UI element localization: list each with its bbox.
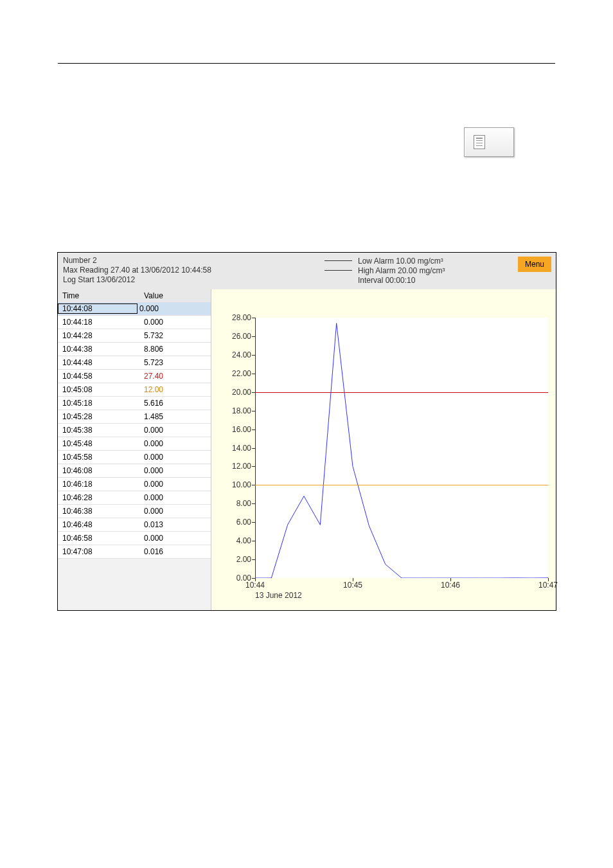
table-row[interactable]: 10:46:180.000 (58, 478, 211, 491)
y-tick-label: 6.00 (236, 518, 251, 527)
cell-time: 10:44:28 (58, 331, 142, 340)
y-tick-label: 24.00 (232, 350, 251, 359)
menu-button[interactable]: Menu (518, 257, 551, 272)
table-row[interactable]: 10:44:388.806 (58, 343, 211, 356)
cell-value: 0.013 (142, 520, 211, 529)
cell-value: 8.806 (142, 345, 211, 354)
y-tick-label: 14.00 (232, 444, 251, 453)
y-tick-mark (252, 503, 255, 504)
legend: Low Alarm 10.00 mg/cm³ High Alarm 20.00 … (324, 256, 445, 285)
x-tick-label: 10:44 (245, 581, 265, 590)
table-row[interactable]: 10:44:5827.40 (58, 370, 211, 383)
x-axis-date: 13 June 2012 (255, 591, 302, 600)
y-tick-label: 10.00 (232, 480, 251, 489)
y-tick-mark (252, 522, 255, 523)
log-viewer-panel: Number 2 Max Reading 27.40 at 13/06/2012… (57, 252, 556, 611)
table-row[interactable]: 10:44:285.732 (58, 329, 211, 343)
cell-value: 0.000 (142, 453, 211, 462)
table-row[interactable]: 10:46:280.000 (58, 491, 211, 505)
table-row[interactable]: 10:45:185.616 (58, 397, 211, 410)
cell-time: 10:45:58 (58, 453, 142, 462)
cell-value: 5.616 (142, 399, 211, 408)
cell-value: 0.000 (142, 466, 211, 475)
y-tick-mark (252, 318, 255, 318)
table-row[interactable]: 10:46:080.000 (58, 464, 211, 478)
y-tick-label: 22.00 (232, 369, 251, 378)
cell-value: 0.000 (142, 480, 211, 489)
y-tick-mark (252, 336, 255, 337)
cell-time: 10:44:48 (58, 358, 142, 367)
cell-time: 10:45:38 (58, 426, 142, 435)
panel-header: Number 2 Max Reading 27.40 at 13/06/2012… (58, 253, 556, 289)
y-tick-label: 16.00 (232, 425, 251, 434)
table-row[interactable]: 10:44:485.723 (58, 356, 211, 370)
y-tick-mark (252, 448, 255, 449)
cell-value: 0.000 (142, 318, 211, 327)
low-alarm-swatch (324, 260, 352, 261)
y-tick-mark (252, 374, 255, 374)
cell-time: 10:46:28 (58, 493, 142, 502)
cell-value: 0.016 (142, 547, 211, 556)
cell-value: 5.723 (142, 358, 211, 367)
cell-time: 10:45:08 (58, 385, 142, 394)
table-row[interactable]: 10:46:580.000 (58, 532, 211, 545)
cell-time: 10:44:18 (58, 318, 142, 327)
cell-value: 0.000 (138, 304, 211, 313)
cell-value: 0.000 (142, 493, 211, 502)
y-tick-label: 8.00 (236, 499, 251, 508)
cell-time: 10:45:48 (58, 439, 142, 448)
cell-time: 10:45:18 (58, 399, 142, 408)
cell-time: 10:46:08 (58, 466, 142, 475)
horizontal-rule (58, 63, 555, 64)
y-tick-label: 4.00 (236, 536, 251, 545)
chart-area: 0.002.004.006.008.0010.0012.0014.0016.00… (211, 289, 556, 610)
table-header: Time Value (58, 289, 211, 302)
y-tick-label: 2.00 (236, 555, 251, 564)
table-row[interactable]: 10:45:480.000 (58, 437, 211, 451)
table-row[interactable]: 10:45:580.000 (58, 451, 211, 464)
y-tick-mark (252, 466, 255, 467)
y-tick-label: 26.00 (232, 332, 251, 341)
data-table: Time Value 10:44:080.00010:44:180.00010:… (58, 289, 211, 610)
y-tick-label: 28.00 (232, 313, 251, 322)
high-alarm-label: High Alarm 20.00 mg/cm³ (358, 266, 445, 275)
table-row[interactable]: 10:45:380.000 (58, 424, 211, 437)
cell-time: 10:46:48 (58, 520, 142, 529)
table-row[interactable]: 10:47:080.016 (58, 545, 211, 559)
table-row[interactable]: 10:44:080.000 (58, 302, 211, 316)
cell-value: 0.000 (142, 439, 211, 448)
header-max-reading: Max Reading 27.40 at 13/06/2012 10:44:58 (63, 266, 551, 275)
data-series-line (255, 318, 548, 578)
y-tick-label: 20.00 (232, 388, 251, 397)
cell-value: 1.485 (142, 412, 211, 421)
table-row[interactable]: 10:45:281.485 (58, 410, 211, 424)
table-row[interactable]: 10:44:180.000 (58, 316, 211, 329)
table-row[interactable]: 10:45:0812.00 (58, 383, 211, 397)
col-value-header: Value (142, 291, 211, 300)
y-tick-mark (252, 559, 255, 560)
cell-time: 10:44:08 (58, 303, 138, 314)
cell-value: 12.00 (142, 385, 211, 394)
table-row[interactable]: 10:46:480.013 (58, 518, 211, 532)
cell-time: 10:45:28 (58, 412, 142, 421)
cell-time: 10:44:38 (58, 345, 142, 354)
low-alarm-label: Low Alarm 10.00 mg/cm³ (358, 257, 443, 266)
cell-time: 10:46:58 (58, 534, 142, 543)
x-tick-label: 10:46 (441, 581, 460, 590)
interval-label: Interval 00:00:10 (358, 276, 415, 285)
cell-time: 10:47:08 (58, 547, 142, 556)
cell-value: 0.000 (142, 507, 211, 516)
notes-icon (474, 135, 485, 149)
y-tick-mark (252, 429, 255, 430)
low-alarm-line (255, 485, 548, 485)
table-row[interactable]: 10:46:380.000 (58, 505, 211, 518)
cell-value: 0.000 (142, 534, 211, 543)
plot-region: 0.002.004.006.008.0010.0012.0014.0016.00… (255, 318, 548, 578)
high-alarm-swatch (324, 270, 352, 271)
col-time-header: Time (58, 291, 142, 300)
cell-time: 10:46:18 (58, 480, 142, 489)
notes-button[interactable] (464, 127, 514, 157)
y-tick-mark (252, 411, 255, 411)
cell-time: 10:44:58 (58, 372, 142, 381)
cell-value: 27.40 (142, 372, 211, 381)
